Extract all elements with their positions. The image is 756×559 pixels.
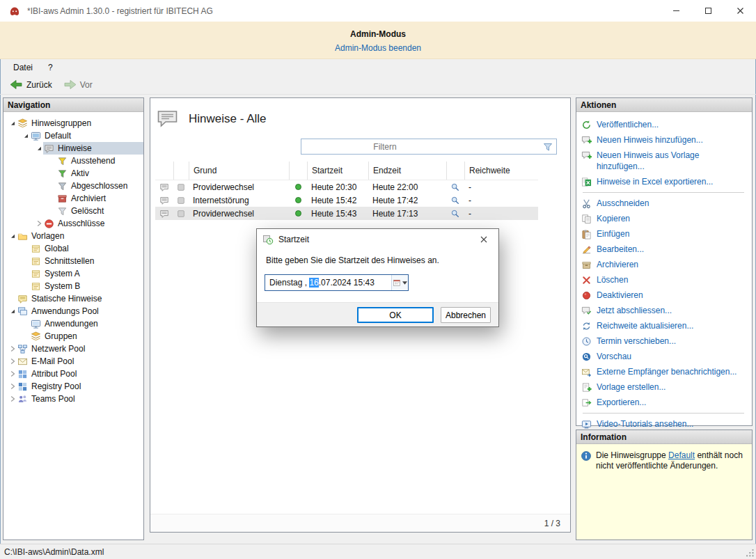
close-button[interactable] bbox=[724, 0, 756, 22]
resize-grip-icon[interactable] bbox=[745, 548, 755, 558]
table-row[interactable]: ProviderwechselHeute 15:43Heute 17:13- bbox=[155, 207, 538, 220]
tree-item-system-a[interactable]: System A bbox=[3, 267, 143, 280]
twisty-spacer bbox=[8, 294, 17, 303]
tree-item-vorlagen[interactable]: Vorlagen bbox=[3, 230, 143, 242]
admin-mode-exit-link[interactable]: Admin-Modus beenden bbox=[335, 43, 421, 53]
tree-item-global[interactable]: Global bbox=[3, 242, 143, 255]
tree-item-body: Global bbox=[30, 242, 143, 255]
action-label: Neuen Hinweis hinzufügen... bbox=[597, 134, 703, 145]
action-exportieren[interactable]: Exportieren... bbox=[581, 395, 750, 410]
tree-item-abgeschlossen[interactable]: Abgeschlossen bbox=[3, 180, 143, 192]
mail-notify-icon bbox=[581, 366, 592, 377]
twisty-collapsed-icon[interactable] bbox=[34, 219, 43, 228]
action-vorlage-erstellen[interactable]: Vorlage erstellen... bbox=[581, 379, 750, 395]
tree-item-aktiv[interactable]: Aktiv bbox=[3, 167, 143, 180]
action-ausschneiden[interactable]: Ausschneiden bbox=[581, 196, 750, 211]
action-veroeffentlichen[interactable]: Veröffentlichen... bbox=[581, 117, 750, 132]
header-grund[interactable]: Grund bbox=[189, 162, 289, 180]
action-vorschau[interactable]: Vorschau bbox=[581, 349, 750, 364]
tree-item-ausschluesse[interactable]: Ausschlüsse bbox=[3, 217, 143, 230]
ok-button[interactable]: OK bbox=[357, 307, 434, 323]
action-neuen-hinweis-aus-vorlage-hinzufuegen[interactable]: Neuen Hinweis aus Vorlage hinzufügen... bbox=[581, 148, 750, 174]
tree-item-body: Aktiv bbox=[56, 167, 143, 180]
tree-item-registry-pool[interactable]: Registry Pool bbox=[3, 380, 143, 393]
twisty-collapsed-icon[interactable] bbox=[8, 395, 17, 403]
action-termin-verschieben[interactable]: Termin verschieben... bbox=[581, 333, 750, 349]
tree-item-statische-hinweise[interactable]: Statische Hinweise bbox=[3, 292, 143, 305]
action-loeschen[interactable]: Löschen bbox=[581, 272, 750, 288]
row-bubble-icon bbox=[155, 194, 173, 207]
action-archivieren[interactable]: Archivieren bbox=[581, 257, 750, 272]
twisty-expanded-icon[interactable] bbox=[8, 307, 17, 315]
tree-item-ausstehend[interactable]: Ausstehend bbox=[3, 155, 143, 167]
tree-item-teams-pool[interactable]: Teams Pool bbox=[3, 393, 143, 405]
tree-item-e-mail-pool[interactable]: E-Mail Pool bbox=[3, 355, 143, 368]
action-jetzt-abschliessen[interactable]: Jetzt abschliessen... bbox=[581, 303, 750, 318]
action-bearbeiten[interactable]: Bearbeiten... bbox=[581, 242, 750, 257]
tree-item-body: Default bbox=[30, 129, 143, 142]
tree-item-system-b[interactable]: System B bbox=[3, 280, 143, 292]
twisty-collapsed-icon[interactable] bbox=[8, 345, 17, 353]
table-row[interactable]: ProviderwechselHeute 20:30Heute 22:00- bbox=[155, 180, 538, 194]
tree-item-label: Vorlagen bbox=[31, 231, 64, 241]
deactivate-icon bbox=[581, 290, 592, 301]
tree-item-schnittstellen[interactable]: Schnittstellen bbox=[3, 255, 143, 267]
close-icon bbox=[737, 7, 744, 15]
filter-input[interactable] bbox=[301, 139, 556, 154]
tree-item-anwendungs-pool[interactable]: Anwendungs Pool bbox=[3, 305, 143, 317]
minimize-button[interactable] bbox=[660, 0, 692, 22]
tree-item-attribut-pool[interactable]: Attribut Pool bbox=[3, 368, 143, 380]
tree-item-archiviert[interactable]: Archiviert bbox=[3, 192, 143, 205]
action-hinweise-in-excel-exportieren[interactable]: Hinweise in Excel exportieren... bbox=[581, 174, 750, 189]
header-startzeit[interactable]: Startzeit bbox=[307, 162, 368, 180]
tree-item-label: Ausschlüsse bbox=[58, 219, 104, 228]
action-deaktivieren[interactable]: Deaktivieren bbox=[581, 288, 750, 303]
twisty-spacer bbox=[47, 182, 56, 190]
menu-help[interactable]: ? bbox=[40, 61, 61, 74]
tree-item-anwendungen[interactable]: Anwendungen bbox=[3, 317, 143, 330]
twisty-expanded-icon[interactable] bbox=[34, 144, 43, 152]
startzeit-date-input[interactable]: Dienstag , 16.07.2024 15:43 bbox=[265, 274, 409, 291]
status-active-icon bbox=[289, 180, 307, 194]
startzeit-dialog: Startzeit Bitte geben Sie die Startzeit … bbox=[256, 228, 499, 327]
forward-button[interactable]: Vor bbox=[58, 78, 97, 91]
bubble-plus-icon bbox=[581, 150, 592, 161]
dialog-close-button[interactable] bbox=[469, 229, 498, 249]
twisty-expanded-icon[interactable] bbox=[8, 119, 17, 127]
tree-item-hinweisgruppen[interactable]: Hinweisgruppen bbox=[3, 117, 143, 129]
tree-item-geloescht[interactable]: Gelöscht bbox=[3, 205, 143, 217]
table-row[interactable]: InternetstörungHeute 15:42Heute 17:42- bbox=[155, 194, 538, 207]
cancel-button[interactable]: Abbrechen bbox=[441, 307, 491, 323]
date-picker-dropdown[interactable] bbox=[391, 275, 408, 290]
action-reichweite-aktualisieren[interactable]: Reichweite aktualisieren... bbox=[581, 318, 750, 333]
action-externe-empfaenger-benachrichtigen[interactable]: Externe Empfänger benachrichtigen... bbox=[581, 364, 750, 379]
header-reichweite[interactable]: Reichweite bbox=[464, 162, 538, 180]
back-button[interactable]: Zurück bbox=[5, 78, 57, 91]
table-header-row: Grund Startzeit Endzeit Reichweite bbox=[155, 162, 538, 180]
action-neuen-hinweis-hinzufuegen[interactable]: Neuen Hinweis hinzufügen... bbox=[581, 132, 750, 148]
grid-icon bbox=[17, 368, 29, 379]
cell-grund: Internetstörung bbox=[189, 194, 289, 207]
navigation-header: Navigation bbox=[3, 98, 143, 112]
tree-item-default[interactable]: Default bbox=[3, 129, 143, 142]
tree-item-hinweise[interactable]: Hinweise bbox=[3, 142, 143, 155]
dropdown-arrow-icon bbox=[402, 281, 407, 285]
twisty-collapsed-icon[interactable] bbox=[8, 370, 17, 378]
action-einfuegen[interactable]: Einfügen bbox=[581, 226, 750, 242]
action-kopieren[interactable]: Kopieren bbox=[581, 211, 750, 226]
info-default-link[interactable]: Default bbox=[668, 450, 695, 460]
filter-funnel-icon[interactable] bbox=[542, 141, 553, 152]
twisty-expanded-icon[interactable] bbox=[8, 232, 17, 240]
header-endzeit[interactable]: Endzeit bbox=[368, 162, 446, 180]
twisty-collapsed-icon[interactable] bbox=[8, 382, 17, 391]
tree-item-gruppen[interactable]: Gruppen bbox=[3, 330, 143, 343]
row-type-icon bbox=[173, 180, 189, 194]
menu-datei[interactable]: Datei bbox=[6, 61, 40, 74]
action-label: Deaktivieren bbox=[597, 290, 643, 301]
tree-item-netzwerk-pool[interactable]: Netzwerk Pool bbox=[3, 343, 143, 355]
cell-startzeit: Heute 15:42 bbox=[307, 194, 368, 207]
maximize-button[interactable] bbox=[692, 0, 724, 22]
twisty-collapsed-icon[interactable] bbox=[8, 357, 17, 365]
action-label: Ausschneiden bbox=[597, 198, 649, 209]
twisty-expanded-icon[interactable] bbox=[21, 132, 30, 140]
